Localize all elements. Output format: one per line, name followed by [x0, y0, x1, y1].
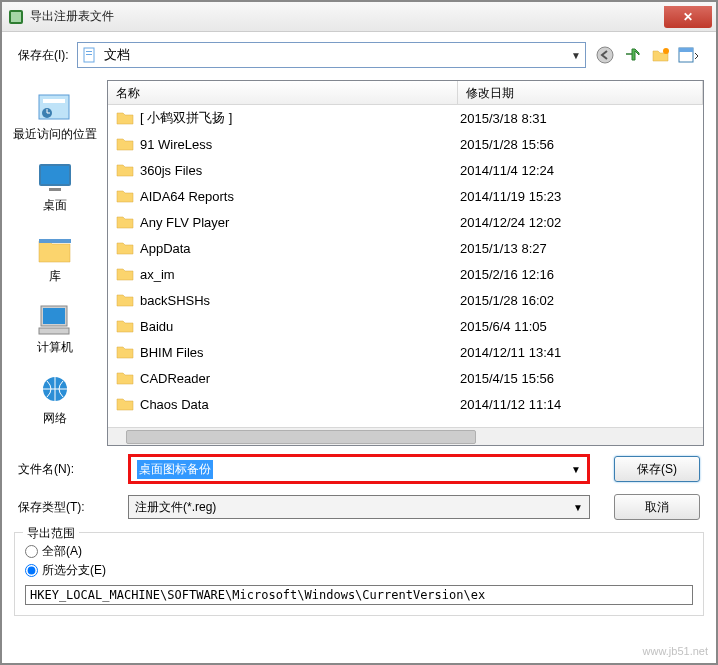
file-row[interactable]: BHIM Files2014/12/11 13:41 — [108, 339, 703, 365]
file-name: BHIM Files — [140, 345, 460, 360]
save-button[interactable]: 保存(S) — [614, 456, 700, 482]
folder-icon — [116, 317, 134, 335]
folder-icon — [116, 239, 134, 257]
svg-rect-1 — [11, 12, 21, 22]
radio-all-input[interactable] — [25, 545, 38, 558]
close-icon: ✕ — [683, 10, 693, 24]
sidebar-item-label: 最近访问的位置 — [13, 126, 97, 143]
file-date: 2014/12/24 12:02 — [460, 215, 561, 230]
file-date: 2015/4/15 15:56 — [460, 371, 554, 386]
file-name: Any FLV Player — [140, 215, 460, 230]
file-row[interactable]: Any FLV Player2014/12/24 12:02 — [108, 209, 703, 235]
svg-point-5 — [597, 47, 613, 63]
computer-icon — [35, 302, 75, 338]
file-name: 360js Files — [140, 163, 460, 178]
svg-rect-4 — [86, 54, 92, 55]
file-name: ax_im — [140, 267, 460, 282]
file-row[interactable]: backSHSHs2015/1/28 16:02 — [108, 287, 703, 313]
horizontal-scrollbar[interactable] — [108, 427, 703, 445]
view-menu-button[interactable] — [678, 44, 700, 66]
file-row[interactable]: 360js Files2014/11/4 12:24 — [108, 157, 703, 183]
sidebar-item-libraries[interactable]: 库 — [2, 226, 107, 297]
close-button[interactable]: ✕ — [664, 6, 712, 28]
branch-path-input[interactable] — [25, 585, 693, 605]
svg-rect-13 — [41, 166, 69, 184]
sidebar-item-network[interactable]: 网络 — [2, 368, 107, 439]
file-date: 2014/11/12 11:14 — [460, 397, 561, 412]
filename-value: 桌面图标备份 — [137, 460, 213, 479]
radio-selected-label: 所选分支(E) — [42, 562, 106, 579]
svg-rect-15 — [39, 239, 71, 243]
cancel-button[interactable]: 取消 — [614, 494, 700, 520]
svg-rect-10 — [43, 99, 65, 103]
filename-combobox[interactable]: 桌面图标备份 ▼ — [128, 454, 590, 484]
watermark: www.jb51.net — [643, 645, 708, 657]
column-header-date[interactable]: 修改日期 — [458, 81, 703, 104]
file-row[interactable]: [ 小鹤双拼飞扬 ]2015/3/18 8:31 — [108, 105, 703, 131]
up-button[interactable] — [622, 44, 644, 66]
file-row[interactable]: Chaos Data2014/11/12 11:14 — [108, 391, 703, 417]
sidebar-item-label: 计算机 — [37, 339, 73, 356]
network-icon — [35, 373, 75, 409]
svg-rect-14 — [49, 188, 61, 191]
folder-icon — [116, 291, 134, 309]
filename-label: 文件名(N): — [18, 461, 128, 478]
app-icon — [8, 9, 24, 25]
chevron-down-icon: ▼ — [571, 50, 581, 61]
svg-rect-3 — [86, 51, 92, 52]
folder-icon — [116, 395, 134, 413]
save-in-value: 文档 — [104, 46, 571, 64]
filetype-label: 保存类型(T): — [18, 499, 128, 516]
radio-selected-input[interactable] — [25, 564, 38, 577]
new-folder-icon — [652, 46, 670, 64]
file-row[interactable]: ax_im2015/2/16 12:16 — [108, 261, 703, 287]
file-row[interactable]: AppData2015/1/13 8:27 — [108, 235, 703, 261]
export-range-group: 导出范围 全部(A) 所选分支(E) — [14, 532, 704, 616]
file-list-panel: 名称 修改日期 [ 小鹤双拼飞扬 ]2015/3/18 8:3191 WireL… — [107, 80, 704, 446]
sidebar-item-label: 桌面 — [43, 197, 67, 214]
radio-selected-branch[interactable]: 所选分支(E) — [25, 562, 693, 579]
save-in-dropdown[interactable]: 文档 ▼ — [77, 42, 586, 68]
folder-icon — [116, 265, 134, 283]
file-date: 2015/1/28 15:56 — [460, 137, 554, 152]
file-row[interactable]: 91 WireLess2015/1/28 15:56 — [108, 131, 703, 157]
file-date: 2015/6/4 11:05 — [460, 319, 547, 334]
folder-icon — [116, 369, 134, 387]
file-date: 2015/1/28 16:02 — [460, 293, 554, 308]
sidebar-item-desktop[interactable]: 桌面 — [2, 155, 107, 226]
column-header-name[interactable]: 名称 — [108, 81, 458, 104]
file-date: 2014/11/4 12:24 — [460, 163, 554, 178]
places-sidebar: 最近访问的位置 桌面 库 计算机 网络 — [2, 78, 107, 446]
filetype-value: 注册文件(*.reg) — [135, 499, 216, 516]
radio-all[interactable]: 全部(A) — [25, 543, 693, 560]
file-row[interactable]: CADReader2015/4/15 15:56 — [108, 365, 703, 391]
folder-icon — [116, 109, 134, 127]
new-folder-button[interactable] — [650, 44, 672, 66]
filetype-combobox[interactable]: 注册文件(*.reg) ▼ — [128, 495, 590, 519]
file-date: 2014/12/11 13:41 — [460, 345, 561, 360]
file-name: Chaos Data — [140, 397, 460, 412]
sidebar-item-label: 网络 — [43, 410, 67, 427]
file-row[interactable]: AIDA64 Reports2014/11/19 15:23 — [108, 183, 703, 209]
sidebar-item-label: 库 — [49, 268, 61, 285]
folder-icon — [116, 343, 134, 361]
file-date: 2015/2/16 12:16 — [460, 267, 554, 282]
sidebar-item-computer[interactable]: 计算机 — [2, 297, 107, 368]
folder-icon — [116, 213, 134, 231]
back-icon — [596, 46, 614, 64]
folder-icon — [116, 161, 134, 179]
window-title: 导出注册表文件 — [30, 8, 664, 25]
scrollbar-thumb[interactable] — [126, 430, 476, 444]
folder-icon — [116, 135, 134, 153]
file-name: [ 小鹤双拼飞扬 ] — [140, 109, 460, 127]
file-name: AIDA64 Reports — [140, 189, 460, 204]
file-row[interactable]: Baidu2015/6/4 11:05 — [108, 313, 703, 339]
file-name: Baidu — [140, 319, 460, 334]
back-button[interactable] — [594, 44, 616, 66]
svg-rect-17 — [43, 308, 65, 324]
file-list[interactable]: [ 小鹤双拼飞扬 ]2015/3/18 8:3191 WireLess2015/… — [108, 105, 703, 427]
file-date: 2015/3/18 8:31 — [460, 111, 547, 126]
desktop-icon — [35, 160, 75, 196]
chevron-down-icon: ▼ — [571, 464, 581, 475]
sidebar-item-recent[interactable]: 最近访问的位置 — [2, 84, 107, 155]
